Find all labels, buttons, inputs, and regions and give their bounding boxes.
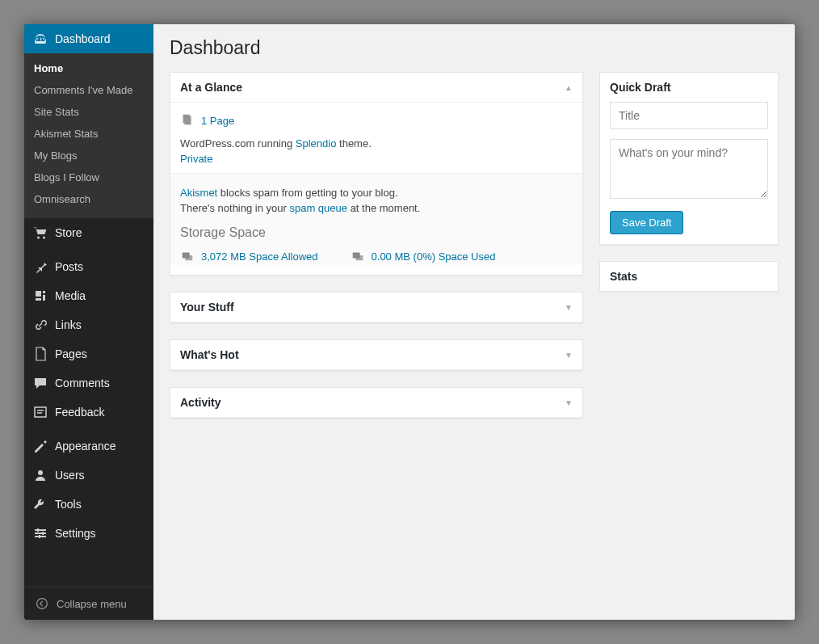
collapse-down-icon: ▼: [565, 303, 573, 312]
activity-panel: Activity ▼: [170, 387, 583, 419]
at-a-glance-header[interactable]: At a Glance ▲: [170, 73, 582, 103]
menu-comments[interactable]: Comments: [24, 368, 153, 398]
submenu-akismet-stats[interactable]: Akismet Stats: [24, 123, 153, 145]
media-icon: [32, 288, 48, 304]
quick-draft-panel: Quick Draft Save Draft: [599, 72, 779, 245]
storage-title: Storage Space: [180, 225, 573, 240]
at-a-glance-panel: At a Glance ▲ 1 Page WordPress.com runni…: [170, 72, 583, 276]
svg-rect-5: [35, 532, 46, 534]
storage-icon: [180, 248, 195, 265]
collapse-label: Collapse menu: [57, 598, 127, 610]
collapse-icon: [34, 596, 50, 612]
menu-media-label: Media: [55, 289, 86, 302]
your-stuff-header[interactable]: Your Stuff ▼: [170, 293, 582, 322]
save-draft-button[interactable]: Save Draft: [610, 211, 683, 234]
spam-suffix: at the moment.: [347, 202, 420, 214]
space-allowed-link[interactable]: 3,072 MB Space Allowed: [201, 250, 318, 263]
svg-point-3: [38, 470, 43, 475]
column-right: Quick Draft Save Draft Stats: [599, 72, 779, 435]
stats-title: Stats: [610, 270, 637, 283]
menu-posts[interactable]: Posts: [24, 252, 153, 281]
main-content: Dashboard At a Glance ▲ 1: [153, 24, 795, 620]
svg-rect-12: [185, 255, 192, 260]
admin-sidebar: Dashboard Home Comments I've Made Site S…: [24, 24, 153, 620]
pages-count-link[interactable]: 1 Page: [201, 115, 234, 127]
menu-dashboard-label: Dashboard: [55, 32, 111, 45]
theme-link[interactable]: Splendio: [296, 137, 337, 149]
svg-rect-4: [35, 529, 46, 531]
pages-icon: [32, 346, 48, 362]
storage-row: 3,072 MB Space Allowed 0.00 MB (0%) Spac…: [180, 248, 573, 265]
activity-header[interactable]: Activity ▼: [170, 388, 582, 418]
tools-icon: [32, 496, 48, 512]
menu-posts-label: Posts: [55, 260, 83, 273]
menu-feedback[interactable]: Feedback: [24, 398, 153, 427]
menu-appearance[interactable]: Appearance: [24, 431, 153, 461]
svg-rect-2: [35, 407, 46, 417]
menu-links[interactable]: Links: [24, 310, 153, 339]
settings-icon: [32, 525, 48, 541]
quick-draft-body: Save Draft: [600, 102, 778, 244]
stats-panel: Stats: [599, 261, 779, 292]
menu-links-label: Links: [55, 318, 82, 331]
privacy-link[interactable]: Private: [180, 153, 212, 165]
app-frame: Dashboard Home Comments I've Made Site S…: [24, 24, 795, 620]
quick-draft-title: Quick Draft: [610, 81, 670, 94]
menu-settings-label: Settings: [55, 527, 96, 540]
menu-media[interactable]: Media: [24, 281, 153, 310]
quick-draft-header[interactable]: Quick Draft: [600, 73, 778, 102]
space-used: 0.00 MB (0%) Space Used: [351, 248, 496, 265]
menu-tools-label: Tools: [55, 498, 82, 511]
feedback-icon: [32, 404, 48, 420]
svg-point-1: [43, 237, 45, 239]
menu-dashboard[interactable]: Dashboard: [24, 24, 153, 53]
akismet-link[interactable]: Akismet: [180, 187, 217, 199]
spam-queue-link[interactable]: spam queue: [289, 202, 347, 214]
menu-comments-label: Comments: [55, 377, 110, 389]
svg-rect-8: [42, 532, 44, 535]
submenu-blogs-follow[interactable]: Blogs I Follow: [24, 166, 153, 188]
draft-content-textarea[interactable]: [610, 139, 768, 199]
menu-pages[interactable]: Pages: [24, 339, 153, 368]
menu-users-label: Users: [55, 469, 85, 482]
whats-hot-title: What's Hot: [180, 348, 239, 361]
collapse-up-icon: ▲: [565, 83, 573, 92]
submenu-home[interactable]: Home: [24, 57, 153, 79]
appearance-icon: [32, 438, 48, 454]
dashboard-icon: [32, 31, 48, 47]
link-icon: [32, 317, 48, 333]
dashboard-columns: At a Glance ▲ 1 Page WordPress.com runni…: [170, 72, 779, 435]
akismet-section: Akismet blocks spam from getting to your…: [170, 173, 582, 265]
stats-header[interactable]: Stats: [600, 262, 778, 291]
theme-info: WordPress.com running Splendio theme.: [180, 137, 573, 149]
cart-icon: [32, 225, 48, 241]
running-prefix: WordPress.com running: [180, 137, 296, 149]
submenu-my-blogs[interactable]: My Blogs: [24, 145, 153, 166]
menu-users[interactable]: Users: [24, 461, 153, 490]
draft-title-input[interactable]: [610, 102, 768, 129]
svg-rect-14: [355, 255, 363, 260]
submenu-comments-made[interactable]: Comments I've Made: [24, 79, 153, 101]
submenu-omnisearch[interactable]: Omnisearch: [24, 188, 153, 210]
svg-point-0: [37, 237, 40, 239]
page-stack-icon: [180, 112, 195, 129]
whats-hot-panel: What's Hot ▼: [170, 339, 583, 371]
menu-pages-label: Pages: [55, 347, 87, 360]
menu-store[interactable]: Store: [24, 218, 153, 247]
submenu-site-stats[interactable]: Site Stats: [24, 101, 153, 123]
at-a-glance-title: At a Glance: [180, 81, 242, 94]
akismet-line-1: Akismet blocks spam from getting to your…: [180, 187, 573, 199]
menu-settings[interactable]: Settings: [24, 519, 153, 548]
menu-tools[interactable]: Tools: [24, 490, 153, 519]
collapse-menu[interactable]: Collapse menu: [24, 587, 153, 620]
activity-title: Activity: [180, 396, 221, 409]
collapse-down-icon: ▼: [565, 398, 573, 407]
spam-prefix: There's nothing in your: [180, 202, 289, 214]
menu-appearance-label: Appearance: [55, 440, 116, 452]
space-used-link[interactable]: 0.00 MB (0%) Space Used: [372, 250, 496, 263]
svg-rect-9: [39, 535, 40, 538]
svg-rect-7: [37, 528, 39, 532]
space-allowed: 3,072 MB Space Allowed: [180, 248, 318, 265]
whats-hot-header[interactable]: What's Hot ▼: [170, 340, 582, 370]
column-left: At a Glance ▲ 1 Page WordPress.com runni…: [170, 72, 583, 435]
